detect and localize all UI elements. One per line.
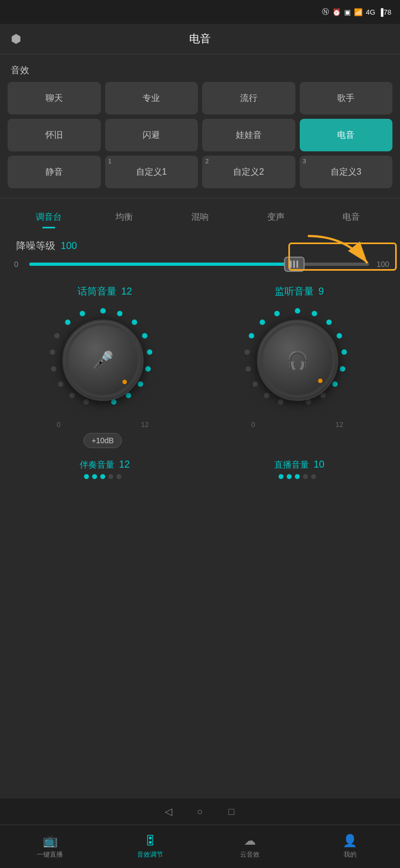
svg-point-4 [142,333,147,339]
svg-point-16 [65,320,70,325]
svg-point-17 [80,311,85,316]
tab-voice[interactable]: 变声 [238,212,314,228]
top-nav: ⬢ 电音 [0,24,400,54]
svg-point-21 [337,333,342,339]
effect-dodge[interactable]: 闪避 [105,119,198,151]
svg-point-20 [326,320,332,325]
svg-point-10 [83,399,89,405]
tab-electric[interactable]: 电音 [313,212,389,228]
svg-point-9 [111,399,117,405]
monitor-inner-ring [260,322,336,398]
tab-mixer[interactable]: 调音台 [11,212,87,228]
recent-button[interactable]: □ [224,804,239,819]
slider-row: 0 100 [11,260,389,269]
svg-point-12 [58,381,63,387]
mic-knob[interactable]: 🎤 [46,303,160,417]
slider-thumb[interactable] [284,257,305,272]
svg-point-24 [332,381,338,387]
slider-max: 100 [377,260,389,269]
mic-knob-body: 🎤 [62,320,144,401]
noise-label: 降噪等级100 [11,239,389,252]
monitor-orange-dot [318,379,322,383]
profile-icon: 👤 [343,834,357,848]
live-dots [222,474,373,479]
svg-point-30 [246,366,251,372]
effect-singer[interactable]: 歌手 [300,82,393,114]
mic-orange-dot [122,380,127,384]
effect-doll[interactable]: 娃娃音 [202,119,295,151]
dot [108,474,113,479]
dot [92,474,97,479]
monitor-knob-body: 🎧 [257,320,338,401]
nav-effects[interactable]: 🎛 音效调节 [100,834,201,859]
nav-profile[interactable]: 👤 我的 [300,834,401,859]
dot [100,474,105,479]
tabs-row: 调音台 均衡 混响 变声 电音 [0,203,400,228]
svg-point-8 [126,393,131,398]
noise-section: 降噪等级100 0 100 [0,228,400,274]
dot [303,474,308,479]
cloud-icon: ☁ [244,834,256,848]
effect-pro[interactable]: 专业 [105,82,198,114]
accomp-label: 伴奏音量12 [27,459,179,471]
svg-point-25 [320,393,326,398]
effect-electric[interactable]: 电音 [300,119,393,151]
monitor-scale: 0 12 [251,420,344,429]
mic-inner-ring [65,322,141,398]
svg-point-32 [249,333,254,339]
svg-point-15 [54,333,60,339]
monitor-knob-container: 监听音量9 [222,285,373,448]
system-nav: ◁ ○ □ [0,799,400,825]
dot [295,474,300,479]
nav-live[interactable]: 📺 一键直播 [0,834,100,859]
bottom-volumes-row: 伴奏音量12 直播音量10 [0,454,400,479]
bluetooth-icon[interactable]: ⬢ [11,32,21,46]
svg-point-13 [51,366,56,372]
slider-fill [29,263,294,266]
monitor-knob[interactable]: 🎧 [241,303,354,417]
mic-label: 话筒音量12 [73,285,132,298]
effect-chat[interactable]: 聊天 [8,82,101,114]
effect-mute[interactable]: 静音 [8,156,101,188]
section-label-effects: 音效 [0,54,400,82]
monitor-label: 监听音量9 [270,285,324,298]
bottom-nav: 📺 一键直播 🎛 音效调节 ☁ 云音效 👤 我的 [0,825,400,868]
effect-custom2[interactable]: 2 自定义2 [202,156,295,188]
slider-min: 0 [11,260,22,269]
slider-track[interactable] [29,263,369,266]
mic-scale: 0 12 [57,420,149,429]
effects-icon: 🎛 [144,834,156,848]
tab-eq[interactable]: 均衡 [87,212,163,228]
svg-point-7 [138,381,143,387]
svg-point-34 [274,311,280,316]
svg-point-31 [244,349,250,355]
tab-reverb[interactable]: 混响 [162,212,238,228]
svg-point-26 [306,399,311,405]
dot [117,474,121,479]
svg-point-23 [340,366,345,372]
alarm-icon: ⏰ [332,8,341,16]
effect-pop[interactable]: 流行 [202,82,295,114]
page-title: 电音 [189,31,211,46]
back-button[interactable]: ◁ [161,804,176,819]
mic-knob-container: 话筒音量12 [27,285,179,448]
boost-button[interactable]: +10dB [83,433,122,448]
home-button[interactable]: ○ [192,804,208,819]
dot [279,474,283,479]
nfc-icon: Ⓝ [322,7,329,17]
svg-point-14 [50,349,55,355]
dot [84,474,89,479]
effect-custom3[interactable]: 3 自定义3 [300,156,393,188]
wifi-icon: 📶 [354,8,363,16]
svg-point-1 [100,308,106,314]
effect-retro[interactable]: 怀旧 [8,119,101,151]
live-label: 直播音量10 [222,459,373,471]
effect-custom1[interactable]: 1 自定义1 [105,156,198,188]
svg-point-19 [312,311,317,316]
svg-point-27 [278,399,283,405]
4g-icon: 4G [366,8,375,16]
svg-point-11 [69,393,75,398]
live-container: 直播音量10 [222,459,373,479]
accomp-dots [27,474,179,479]
nav-cloud[interactable]: ☁ 云音效 [200,834,300,859]
